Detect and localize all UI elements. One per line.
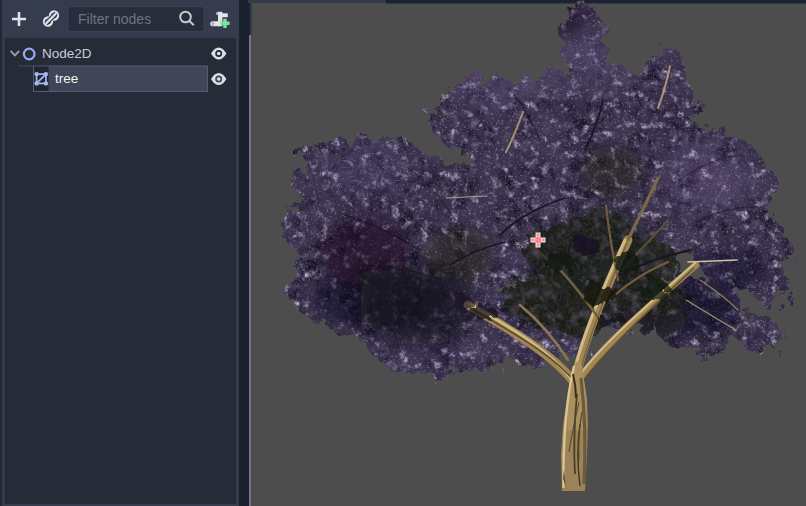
svg-text:Filter nodes: Filter nodes xyxy=(78,11,151,27)
svg-text:tree: tree xyxy=(55,71,78,86)
svg-text:Node2D: Node2D xyxy=(42,46,92,61)
